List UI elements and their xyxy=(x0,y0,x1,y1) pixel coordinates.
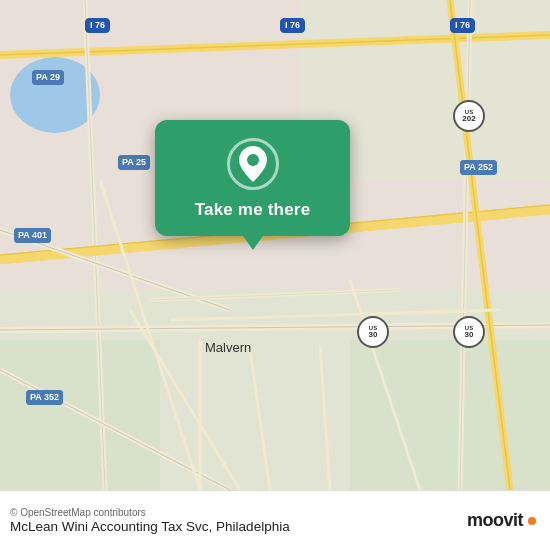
map-attribution: © OpenStreetMap contributors xyxy=(10,507,290,518)
road-badge-pa352: PA 352 xyxy=(26,390,63,405)
road-badge-pa401: PA 401 xyxy=(14,228,51,243)
take-me-there-button[interactable]: Take me there xyxy=(195,200,311,220)
road-badge-i76-left: I 76 xyxy=(85,18,110,33)
place-name-label: McLean Wini Accounting Tax Svc, Philadel… xyxy=(10,519,290,534)
road-badge-pa29: PA 29 xyxy=(32,70,64,85)
map-roads-svg xyxy=(0,0,550,490)
bottom-bar: © OpenStreetMap contributors McLean Wini… xyxy=(0,490,550,550)
svg-rect-4 xyxy=(350,340,550,490)
road-badge-us202: US202 xyxy=(453,100,485,132)
town-label-malvern: Malvern xyxy=(205,340,251,355)
road-badge-pa252: PA 252 xyxy=(460,160,497,175)
road-badge-us30-right: US30 xyxy=(453,316,485,348)
moovit-brand-text: moovit xyxy=(467,510,523,531)
road-badge-pa25: PA 25 xyxy=(118,155,150,170)
map-container: I 76 I 76 I 76 PA 29 PA 25 US202 PA 252 … xyxy=(0,0,550,490)
moovit-logo: moovit xyxy=(467,510,536,531)
svg-rect-3 xyxy=(0,340,160,490)
location-popup-card: Take me there xyxy=(155,120,350,236)
svg-point-32 xyxy=(247,154,259,166)
location-pin-icon xyxy=(239,146,267,182)
moovit-dot-icon xyxy=(528,517,536,525)
bottom-left-info: © OpenStreetMap contributors McLean Wini… xyxy=(10,507,290,534)
road-badge-us30-left: US30 xyxy=(357,316,389,348)
location-icon-circle xyxy=(227,138,279,190)
road-badge-i76-center: I 76 xyxy=(280,18,305,33)
road-badge-i76-right: I 76 xyxy=(450,18,475,33)
